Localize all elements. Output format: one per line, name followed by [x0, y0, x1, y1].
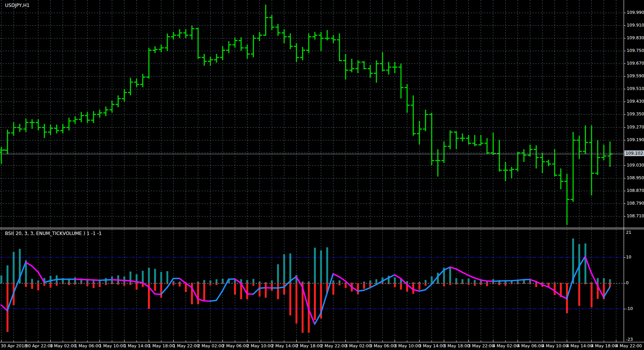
hist-bar-negative: [554, 283, 556, 295]
time-tick: [591, 340, 592, 342]
ohlc-bar: [220, 46, 225, 60]
ohlc-bar: [300, 47, 305, 60]
ohlc-bar: [319, 32, 324, 51]
hist-bar-positive: [591, 282, 593, 283]
time-axis-label: 4 May 02:00: [493, 343, 519, 348]
hist-bar-negative: [111, 283, 113, 284]
symbol-period-label: USDJPY,H1: [5, 3, 30, 8]
time-tick: [616, 340, 616, 342]
hist-bar-positive: [0, 275, 2, 283]
time-tick: [247, 340, 247, 342]
time-axis-label: 3 May 14:00: [419, 343, 445, 348]
price-axis-label: 108.790: [627, 201, 644, 206]
hist-bar-positive: [50, 276, 51, 283]
time-tick: [444, 340, 444, 342]
hist-bar-negative: [222, 283, 224, 284]
ohlc-bar: [405, 84, 410, 113]
hist-bar-negative: [388, 283, 390, 284]
hist-bar-negative: [173, 283, 174, 285]
signal-line-segment: [524, 280, 530, 280]
hist-bar-positive: [541, 282, 543, 283]
time-axis-label: 3 May 10:00: [394, 343, 420, 348]
panel-separator-top[interactable]: [0, 228, 644, 228]
hist-bar-negative: [437, 283, 439, 284]
hist-bar-positive: [302, 282, 304, 283]
signal-line-segment: [155, 294, 161, 294]
time-tick: [222, 340, 223, 342]
hist-bar-negative: [228, 283, 230, 283]
signal-line-segment: [456, 269, 462, 272]
hist-bar-positive: [203, 280, 205, 283]
ohlc-bar: [521, 149, 526, 162]
hist-bar-positive: [597, 278, 599, 283]
hist-bar-positive: [375, 279, 377, 283]
ohlc-bar: [429, 113, 434, 165]
hist-bar-positive: [148, 268, 150, 283]
time-axis-label: 4 May 10:00: [542, 343, 568, 348]
indicator-axis-label: -10: [626, 306, 633, 311]
time-tick: [210, 341, 211, 342]
ohlc-bar: [239, 37, 244, 51]
time-axis-label: 1 May 06:00: [75, 343, 101, 348]
signal-line-segment: [1, 305, 7, 311]
ohlc-bar: [5, 130, 10, 154]
bsi-indicator-chart[interactable]: [0, 230, 624, 342]
hist-bar-negative: [492, 283, 494, 284]
time-axis-label: 1 May 14:00: [124, 343, 150, 348]
time-tick: [112, 341, 112, 342]
hist-bar-positive: [480, 280, 482, 283]
time-tick: [63, 341, 63, 342]
price-axis-label: 109.510: [627, 86, 644, 91]
ohlc-bar: [97, 110, 102, 118]
hist-bar-negative: [80, 283, 82, 284]
hist-bar-positive: [314, 248, 316, 283]
ohlc-bar: [251, 35, 256, 57]
ohlc-bar: [73, 116, 78, 124]
panel-separator-bottom[interactable]: [0, 229, 644, 229]
ohlc-bar: [232, 37, 237, 48]
hist-bar-negative: [197, 283, 199, 304]
time-tick: [358, 341, 358, 342]
time-axis-label: 2 May 18:00: [296, 343, 322, 348]
hist-bar-positive: [418, 282, 420, 283]
hist-bar-negative: [74, 283, 76, 285]
time-tick: [395, 340, 395, 342]
main-price-chart[interactable]: [0, 0, 624, 228]
time-tick: [1, 340, 2, 342]
hist-bar-positive: [609, 279, 611, 283]
hist-bar-negative: [68, 283, 70, 285]
ohlc-bar: [398, 63, 403, 98]
hist-bar-negative: [400, 283, 402, 290]
ohlc-bar: [564, 174, 569, 225]
ohlc-bar: [196, 28, 201, 59]
hist-bar-positive: [363, 282, 365, 283]
hist-bar-negative: [418, 283, 420, 290]
indicator-axis-label: 10: [626, 255, 631, 260]
time-tick: [518, 340, 518, 342]
hist-bar-negative: [584, 283, 586, 284]
ohlc-bar: [153, 46, 158, 53]
time-tick: [87, 341, 88, 342]
hist-bar-negative: [511, 283, 513, 284]
time-tick: [604, 341, 604, 342]
hist-bar-negative: [609, 283, 611, 287]
time-axis-label: 2 May 02:00: [198, 343, 224, 348]
ohlc-bar: [165, 33, 170, 51]
hist-bar-negative: [246, 283, 248, 299]
time-tick: [173, 340, 174, 342]
hist-bar-positive: [166, 271, 168, 283]
time-tick: [345, 340, 346, 342]
ohlc-bar: [491, 133, 496, 155]
time-tick: [567, 340, 567, 342]
time-tick: [186, 341, 186, 342]
hist-bar-positive: [351, 283, 353, 283]
hist-bar-positive: [431, 277, 433, 283]
signal-line-segment: [259, 288, 266, 288]
ohlc-bar: [48, 125, 53, 135]
signal-line-segment: [56, 279, 63, 280]
time-tick: [382, 341, 383, 342]
hist-bar-negative: [265, 283, 267, 298]
hist-bar-negative: [523, 283, 525, 284]
time-tick: [456, 341, 456, 342]
hist-bar-positive: [259, 282, 261, 283]
